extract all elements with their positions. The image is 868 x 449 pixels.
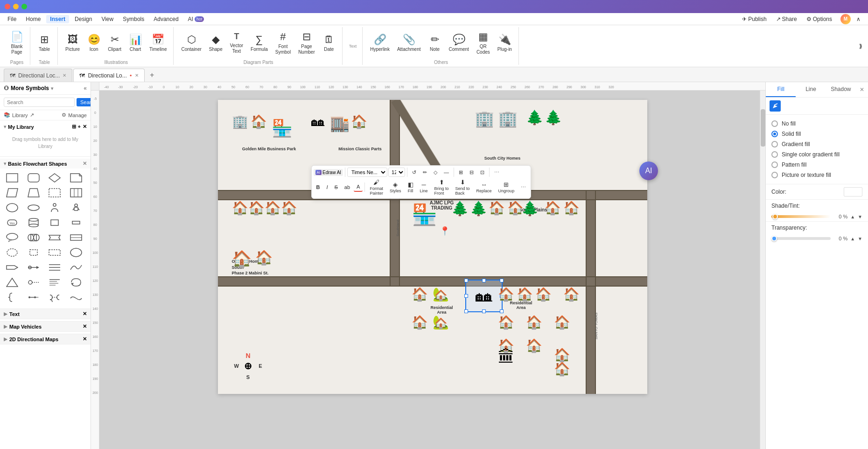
shape-small-dot-rect[interactable]	[25, 246, 42, 259]
formula-btn[interactable]: ∑ Formula	[248, 32, 271, 54]
shape-text-lines[interactable]	[46, 276, 63, 289]
shape-btn[interactable]: ◆ Shape	[206, 32, 225, 54]
scroll-thumb[interactable]	[761, 109, 765, 147]
ribbon-collapse-btn[interactable]: ⟫	[857, 27, 864, 65]
expand-btn[interactable]: ⋯	[518, 183, 529, 192]
fill-btn[interactable]: ◧ Fill	[405, 180, 416, 194]
directional-maps-close[interactable]: ✕	[83, 336, 87, 342]
tab-1[interactable]: 🗺 Directional Lo... ● ✕	[73, 69, 144, 82]
right-panel-close-btn[interactable]: ✕	[856, 84, 868, 96]
menu-insert[interactable]: Insert	[46, 15, 69, 23]
shape-note[interactable]	[68, 171, 84, 184]
shape-small-rect[interactable]	[46, 216, 63, 229]
pattern-fill-radio[interactable]	[771, 161, 778, 168]
shape-small-diamond[interactable]	[25, 276, 42, 289]
transparency-slider[interactable]	[771, 237, 831, 240]
publish-btn[interactable]: ✈ Publish	[738, 15, 770, 23]
diagram-canvas[interactable]: Golden Mile Business Park Mission Classi…	[218, 100, 647, 394]
shape-curly[interactable]	[46, 291, 63, 304]
shape-circle[interactable]	[4, 201, 21, 214]
timeline-btn[interactable]: 📅 Timeline	[147, 32, 169, 54]
shape-curve-line[interactable]	[68, 261, 84, 274]
shape-speech-bubble[interactable]	[4, 231, 21, 244]
tab-add-btn[interactable]: +	[146, 69, 159, 82]
strikethrough-btn[interactable]: S	[332, 183, 341, 191]
collapse-btn[interactable]: ∧	[853, 15, 864, 23]
shape-brace[interactable]	[4, 291, 21, 304]
send-back-btn[interactable]: ⬇ Send toBack	[453, 178, 473, 196]
shape-dotted-rect[interactable]	[46, 186, 63, 199]
shape-diamond[interactable]	[46, 171, 63, 184]
pattern-fill-option[interactable]: Pattern fill	[771, 160, 862, 170]
icon-btn[interactable]: 😊 Icon	[84, 32, 103, 54]
hyperlink-btn[interactable]: 🔗 Hyperlink	[367, 32, 392, 54]
italic-btn[interactable]: I	[323, 183, 330, 191]
menu-file[interactable]: File	[4, 15, 20, 23]
selected-element[interactable]: 🏘	[465, 280, 503, 312]
menu-advanced[interactable]: Advanced	[150, 15, 182, 23]
basic-flowchart-header[interactable]: ▾ Basic Flowchart Shapes ✕	[0, 159, 91, 168]
clipart-btn[interactable]: ✂ Clipart	[105, 32, 124, 54]
shape-rounded-rect[interactable]	[25, 171, 42, 184]
table-btn[interactable]: ⊞ Table	[35, 32, 54, 54]
shape-lines-btn[interactable]	[46, 261, 63, 274]
shape-stadium[interactable]	[25, 231, 42, 244]
shape-narrow-rect[interactable]	[68, 216, 84, 229]
share-btn[interactable]: ↗ Share	[772, 15, 801, 23]
tab-0-close[interactable]: ✕	[63, 73, 66, 78]
container-btn[interactable]: ⬡ Container	[178, 32, 204, 54]
page-number-btn[interactable]: ⊟ PageNumber	[295, 29, 318, 57]
map-vehicles-close[interactable]: ✕	[83, 323, 87, 330]
font-select[interactable]: Times Ne...	[347, 168, 387, 177]
comment-btn[interactable]: 💬 Comment	[446, 32, 472, 54]
my-library-add-icon[interactable]: +	[78, 124, 81, 130]
maximize-dot[interactable]	[21, 4, 27, 9]
attachment-btn[interactable]: 📎 Attachment	[394, 32, 424, 54]
note-btn[interactable]: ✏ Note	[426, 32, 444, 54]
color-preview[interactable]	[844, 187, 862, 196]
flowchart-close-icon[interactable]: ✕	[83, 161, 87, 167]
shadow-tab[interactable]: Shadow	[826, 82, 856, 97]
fill-tab[interactable]: Fill	[766, 82, 796, 97]
gradient-fill-option[interactable]: Gradient fill	[771, 139, 862, 149]
search-input[interactable]	[4, 98, 75, 107]
qr-codes-btn[interactable]: ▦ QRCodes	[474, 29, 493, 57]
size-select[interactable]: 12	[388, 168, 405, 177]
single-gradient-option[interactable]: Single color gradient fill	[771, 149, 862, 160]
shape-bars[interactable]	[68, 186, 84, 199]
picture-fill-radio[interactable]	[771, 172, 778, 178]
user-avatar[interactable]: M	[840, 14, 851, 24]
shape-arrow-flow[interactable]	[25, 261, 42, 274]
diamond-btn[interactable]: ◇	[431, 168, 440, 177]
shape-dotted-wide[interactable]	[46, 246, 63, 259]
styles-btn[interactable]: ◈ Styles	[387, 180, 404, 194]
picture-fill-option[interactable]: Picture or texture fill	[771, 170, 862, 180]
menu-design[interactable]: Design	[71, 15, 96, 23]
my-library-header[interactable]: ▾ My Library ⊞ + ✕	[4, 122, 87, 131]
shape-arrow-process[interactable]	[4, 261, 21, 274]
directional-maps-header[interactable]: ▶ 2D Directional Maps ✕	[0, 334, 91, 344]
shape-large-circle[interactable]	[68, 246, 84, 259]
map-vehicles-header[interactable]: ▶ Map Vehicles ✕	[0, 321, 91, 332]
shade-down-btn[interactable]: ▼	[858, 214, 862, 219]
transparency-thumb[interactable]	[771, 236, 777, 241]
minimize-dot[interactable]	[13, 4, 19, 9]
shape-actor[interactable]	[68, 201, 84, 214]
vertical-scrollbar[interactable]	[760, 91, 765, 449]
menu-symbols[interactable]: Symbols	[119, 15, 148, 23]
no-fill-option[interactable]: No fill	[771, 119, 862, 129]
shade-up-btn[interactable]: ▲	[850, 214, 855, 219]
shape-trapezoid[interactable]	[25, 186, 42, 199]
shape-banner[interactable]	[46, 231, 63, 244]
text-section-header[interactable]: ▶ Text ✕	[0, 309, 91, 319]
fill-tool-btn[interactable]	[770, 100, 781, 112]
edraw-ai-float-btn[interactable]: AI	[639, 161, 658, 180]
close-dot[interactable]	[5, 4, 10, 9]
shape-dotted-circle[interactable]	[4, 246, 21, 259]
options-btn[interactable]: ⚙ Options	[803, 15, 836, 23]
blank-page-btn[interactable]: 📄 BlankPage	[7, 29, 26, 57]
line-tab[interactable]: Line	[796, 82, 826, 97]
rotate-btn[interactable]: ↺	[409, 168, 419, 177]
menu-ai[interactable]: AI hot	[184, 15, 208, 23]
transparency-down-btn[interactable]: ▼	[858, 236, 862, 241]
